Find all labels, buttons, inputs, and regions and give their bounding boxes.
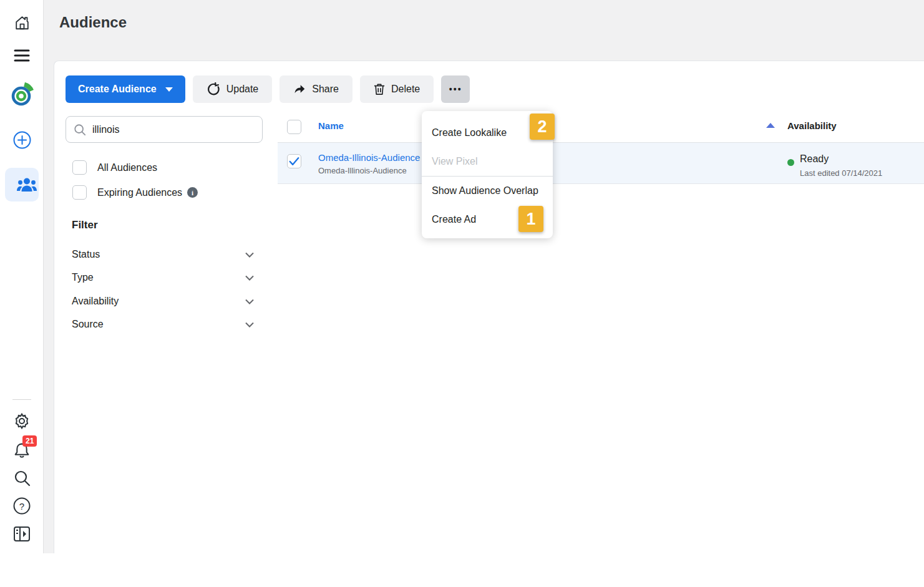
delete-label: Delete (391, 84, 420, 95)
all-audiences-option: All Audiences (72, 160, 157, 175)
delete-button[interactable]: Delete (360, 75, 434, 103)
share-button[interactable]: Share (280, 75, 353, 103)
chevron-down-icon (245, 252, 254, 258)
search-input[interactable] (92, 124, 255, 135)
filter-group-availability[interactable]: Availability (72, 294, 254, 309)
more-actions-button[interactable]: ••• (441, 75, 470, 103)
row-checkbox[interactable] (287, 154, 301, 168)
sidebar: ? (0, 0, 44, 553)
chevron-down-icon (245, 299, 254, 304)
omeda-logo[interactable] (0, 82, 44, 107)
filter-group-type[interactable]: Type (72, 270, 254, 285)
column-header-availability[interactable]: Availability (787, 120, 837, 131)
chevron-down-icon (245, 275, 254, 281)
menu-item-show-audience-overlap[interactable]: Show Audience Overlap (422, 177, 553, 205)
share-icon (293, 83, 306, 95)
availability-status: Ready (800, 153, 829, 165)
search-nav-icon[interactable] (0, 469, 44, 487)
page-title: Audience (59, 14, 127, 31)
all-audiences-label: All Audiences (97, 162, 157, 173)
chevron-down-icon (245, 322, 254, 327)
create-audience-button[interactable]: Create Audience (66, 75, 185, 103)
filter-availability-label: Availability (72, 296, 119, 307)
ellipsis-icon: ••• (449, 84, 462, 94)
expiring-audiences-option: Expiring Audiences i (72, 185, 198, 200)
filter-source-label: Source (72, 319, 104, 330)
expand-panel-icon[interactable] (0, 525, 44, 543)
create-plus-icon[interactable] (0, 131, 44, 148)
check-icon (289, 157, 299, 166)
info-icon: i (187, 187, 198, 198)
column-header-name[interactable]: Name (318, 120, 344, 131)
annotation-step-badge-2: 2 (530, 114, 555, 140)
create-audience-label: Create Audience (78, 84, 157, 95)
update-icon (207, 82, 220, 96)
help-icon[interactable]: ? (0, 497, 44, 515)
search-icon (74, 124, 86, 136)
notifications-bell-icon[interactable] (0, 440, 44, 459)
filter-group-source[interactable]: Source (72, 317, 254, 332)
chevron-down-icon (165, 87, 173, 92)
select-all-checkbox[interactable] (287, 120, 301, 134)
audience-name-link[interactable]: Omeda-Illinois-Audience (318, 152, 420, 163)
svg-text:?: ? (19, 501, 24, 512)
all-audiences-checkbox[interactable] (72, 160, 87, 175)
last-edited-text: Last edited 07/14/2021 (800, 168, 882, 178)
table-row[interactable]: Omeda-Illinois-Audience Omeda-Illinois-A… (278, 143, 924, 184)
sidebar-divider (12, 399, 31, 400)
sidebar-item-audiences[interactable] (5, 168, 39, 201)
filter-heading: Filter (72, 219, 98, 231)
expiring-audiences-label: Expiring Audiences (97, 187, 182, 198)
notification-count-badge: 21 (22, 435, 37, 447)
filter-group-status[interactable]: Status (72, 247, 254, 262)
filter-type-label: Type (72, 272, 94, 283)
settings-gear-icon[interactable] (0, 412, 44, 430)
filter-status-label: Status (72, 249, 100, 260)
toolbar: Create Audience Update Share D (66, 75, 470, 103)
update-label: Update (226, 84, 259, 95)
audience-subtitle: Omeda-Illinois-Audience (318, 166, 407, 175)
sort-ascending-icon (766, 123, 775, 128)
update-button[interactable]: Update (193, 75, 273, 103)
audiences-icon (5, 176, 49, 193)
trash-icon (374, 83, 385, 95)
menu-icon[interactable] (0, 47, 44, 64)
annotation-step-badge-1: 1 (518, 206, 543, 232)
share-label: Share (312, 84, 339, 95)
status-dot-icon (787, 159, 794, 166)
audience-search (66, 116, 263, 143)
home-icon[interactable] (0, 14, 44, 31)
expiring-audiences-checkbox[interactable] (72, 185, 87, 200)
menu-item-view-pixel: View Pixel (422, 147, 553, 176)
